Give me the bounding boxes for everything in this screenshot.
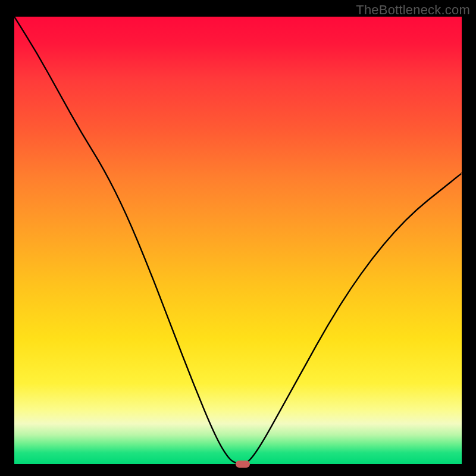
watermark-text: TheBottleneck.com <box>356 2 470 18</box>
plot-area <box>14 17 462 464</box>
bottleneck-curve <box>14 17 462 464</box>
minimum-marker <box>236 461 250 468</box>
chart-frame: TheBottleneck.com <box>0 0 476 476</box>
